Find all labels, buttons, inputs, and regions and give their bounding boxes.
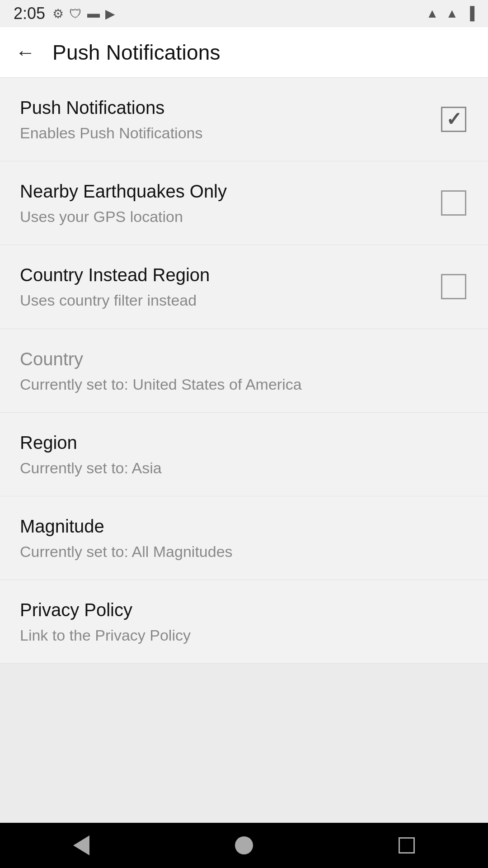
setting-subtitle-nearby-earthquakes: Uses your GPS location <box>20 207 419 226</box>
setting-text-region: Region Currently set to: Asia <box>20 431 470 478</box>
shield-icon: 🛡 <box>69 6 82 21</box>
nav-recent-button[interactable] <box>384 823 429 868</box>
setting-item-region[interactable]: Region Currently set to: Asia <box>0 413 488 496</box>
status-bar-right: ▲ ▲ ▐ <box>426 6 474 21</box>
battery-icon: ▐ <box>465 6 474 21</box>
setting-title-region: Region <box>20 431 452 454</box>
nav-back-button[interactable] <box>59 823 104 868</box>
setting-subtitle-magnitude: Currently set to: All Magnitudes <box>20 542 452 561</box>
setting-text-country: Country Currently set to: United States … <box>20 347 470 394</box>
setting-text-push-notifications: Push Notifications Enables Push Notifica… <box>20 96 437 143</box>
setting-item-magnitude[interactable]: Magnitude Currently set to: All Magnitud… <box>0 496 488 580</box>
settings-content: Push Notifications Enables Push Notifica… <box>0 78 488 823</box>
setting-title-nearby-earthquakes: Nearby Earthquakes Only <box>20 179 419 203</box>
back-button[interactable]: ← <box>13 40 38 65</box>
settings-icon: ⚙ <box>52 6 64 21</box>
page-title: Push Notifications <box>52 40 221 65</box>
status-time: 2:05 <box>14 4 45 23</box>
status-bar: 2:05 ⚙ 🛡 ▬ ▶ ▲ ▲ ▐ <box>0 0 488 27</box>
wifi-icon: ▲ <box>426 6 439 21</box>
setting-item-nearby-earthquakes[interactable]: Nearby Earthquakes Only Uses your GPS lo… <box>0 161 488 245</box>
nav-home-icon <box>235 836 253 854</box>
setting-item-country[interactable]: Country Currently set to: United States … <box>0 329 488 413</box>
nav-back-icon <box>73 835 89 855</box>
status-icons: ⚙ 🛡 ▬ ▶ <box>52 6 115 21</box>
setting-subtitle-country-instead-region: Uses country filter instead <box>20 290 419 310</box>
setting-text-country-instead-region: Country Instead Region Uses country filt… <box>20 263 437 310</box>
setting-text-privacy-policy: Privacy Policy Link to the Privacy Polic… <box>20 598 470 645</box>
setting-title-country-instead-region: Country Instead Region <box>20 263 419 287</box>
setting-title-country: Country <box>20 347 452 371</box>
setting-item-push-notifications[interactable]: Push Notifications Enables Push Notifica… <box>0 78 488 161</box>
setting-subtitle-country: Currently set to: United States of Ameri… <box>20 374 452 394</box>
setting-title-push-notifications: Push Notifications <box>20 96 419 119</box>
setting-text-nearby-earthquakes: Nearby Earthquakes Only Uses your GPS lo… <box>20 179 437 226</box>
back-arrow-icon: ← <box>15 42 35 62</box>
setting-subtitle-push-notifications: Enables Push Notifications <box>20 123 419 143</box>
checkbox-push-notifications[interactable]: ✓ <box>437 103 470 136</box>
checkbox-box-nearby-earthquakes <box>441 190 466 216</box>
checkbox-box-country-instead-region <box>441 274 466 299</box>
setting-title-privacy-policy: Privacy Policy <box>20 598 452 622</box>
status-bar-left: 2:05 ⚙ 🛡 ▬ ▶ <box>14 4 115 23</box>
card-icon: ▬ <box>87 6 100 21</box>
checkmark-icon-push-notifications: ✓ <box>446 110 462 129</box>
setting-item-country-instead-region[interactable]: Country Instead Region Uses country filt… <box>0 245 488 329</box>
signal-icon: ▲ <box>446 6 458 21</box>
nav-bar <box>0 823 488 868</box>
nav-recent-icon <box>399 837 415 854</box>
setting-text-magnitude: Magnitude Currently set to: All Magnitud… <box>20 514 470 561</box>
toolbar: ← Push Notifications <box>0 27 488 78</box>
checkbox-country-instead-region[interactable] <box>437 270 470 303</box>
setting-title-magnitude: Magnitude <box>20 514 452 538</box>
checkbox-nearby-earthquakes[interactable] <box>437 187 470 219</box>
nav-home-button[interactable] <box>221 823 267 868</box>
setting-item-privacy-policy[interactable]: Privacy Policy Link to the Privacy Polic… <box>0 580 488 664</box>
setting-subtitle-privacy-policy: Link to the Privacy Policy <box>20 625 452 645</box>
checkbox-box-push-notifications: ✓ <box>441 107 466 132</box>
play-icon: ▶ <box>105 6 115 21</box>
setting-subtitle-region: Currently set to: Asia <box>20 458 452 478</box>
